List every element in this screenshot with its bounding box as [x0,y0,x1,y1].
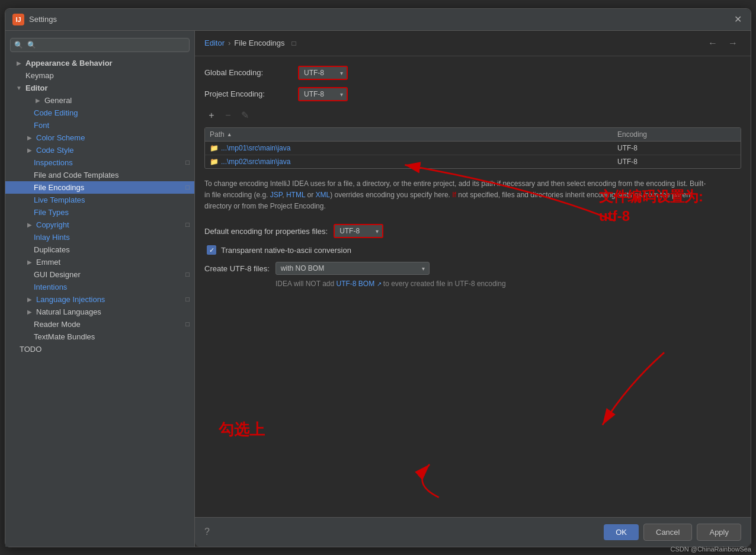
expand-placeholder [15,71,23,79]
path-encoding-table: Path ▲ Encoding 📁 ...\mp01\src\main\java… [204,127,741,169]
table-header: Path ▲ Encoding [205,128,741,142]
sidebar-item-label: Reader Mode [34,320,81,329]
edit-button[interactable]: ✎ [238,108,252,123]
sidebar-item-label: Emmet [36,258,60,267]
sidebar-item-code-style[interactable]: ▶ Code Style [5,144,194,156]
remove-button[interactable]: − [221,108,235,123]
sidebar-item-inlay-hints[interactable]: Inlay Hints [5,231,194,243]
apply-button[interactable]: Apply [697,524,741,541]
sidebar-item-label: TextMate Bundles [34,332,95,341]
sidebar-item-general[interactable]: ▶ General [5,94,194,107]
path-value-2: ...\mp02\src\main\java [221,158,290,166]
sidebar-item-textmate-bundles[interactable]: TextMate Bundles [5,331,194,343]
breadcrumb-pin[interactable]: □ [292,39,296,47]
ok-button[interactable]: OK [604,524,639,540]
search-icon: 🔍 [14,41,23,49]
table-row[interactable]: 📁 ...\mp02\src\main\java UTF-8 [205,155,741,168]
sidebar-item-emmet[interactable]: ▶ Emmet [5,256,194,268]
path-column-header[interactable]: Path ▲ [210,130,617,139]
sidebar-item-label: GUI Designer [34,270,81,279]
settings-dialog: IJ Settings ✕ 🔍 ▶ Appearance & Behavior … [5,8,751,547]
sidebar-item-language-injections[interactable]: ▶ Language Injections □ [5,293,194,306]
close-button[interactable]: ✕ [732,14,744,25]
sidebar-item-font[interactable]: Font [5,119,194,131]
search-input[interactable] [10,38,190,52]
sidebar-item-label: Appearance & Behavior [25,59,113,68]
main-content: Editor › File Encodings □ ← → Global Enc… [195,31,751,547]
annotation-chinese-check: 勾选上 [219,419,265,440]
search-box: 🔍 [10,38,190,52]
expand-icon: ▶ [25,220,34,229]
pin-icon: □ [185,320,190,328]
sidebar-item-reader-mode[interactable]: Reader Mode □ [5,318,194,331]
default-encoding-select[interactable]: UTF-8 [335,225,382,237]
expand-icon: ▶ [25,295,34,303]
sidebar-item-file-code-templates[interactable]: File and Code Templates [5,169,194,181]
sidebar-item-label: Intentions [34,283,67,291]
expand-placeholder [23,96,31,104]
sidebar-item-label: General [44,96,72,105]
pin-icon: □ [185,159,190,166]
nav-forward-button[interactable]: → [725,37,741,50]
sidebar-item-code-editing[interactable]: Code Editing [5,107,194,119]
path-header-text: Path [210,130,225,139]
nav-back-button[interactable]: ← [704,37,721,50]
sidebar-item-label: File and Code Templates [34,171,119,179]
sidebar-item-gui-designer[interactable]: GUI Designer □ [5,268,194,281]
expand-icon: ▶ [25,133,34,142]
title-bar: IJ Settings ✕ [5,9,751,31]
sidebar-item-label: File Types [34,208,69,217]
sidebar-item-keymap[interactable]: Keymap [5,69,194,82]
cancel-button[interactable]: Cancel [643,524,692,541]
transparent-conversion-row: ✓ Transparent native-to-ascii conversion [207,245,741,255]
expand-icon: ▶ [25,258,34,266]
dialog-title: Settings [29,15,57,24]
default-encoding-select-wrap: UTF-8 [334,224,383,238]
sidebar-item-editor[interactable]: ▼ Editor [5,82,194,94]
transparent-checkbox[interactable]: ✓ [207,245,216,255]
transparent-label: Transparent native-to-ascii conversion [221,246,351,255]
sidebar-item-label: Code Editing [34,108,78,117]
global-encoding-select-wrap: UTF-8 [298,66,348,80]
sidebar-item-intentions[interactable]: Intentions [5,281,194,293]
sidebar-item-copyright[interactable]: ▶ Copyright □ [5,219,194,231]
annotation-check-text: 勾选上 [219,421,265,438]
sidebar-item-live-templates[interactable]: Live Templates [5,194,194,206]
pin-icon: □ [185,184,190,191]
sidebar-item-duplicates[interactable]: Duplicates [5,243,194,256]
breadcrumb-parent[interactable]: Editor [204,39,225,47]
encoding-column-header[interactable]: Encoding [617,130,736,139]
default-encoding-label: Default encoding for properties files: [204,227,328,236]
expand-icon: ▶ [34,96,42,104]
sidebar-item-label: Editor [25,84,48,92]
expand-icon: ▶ [25,307,34,316]
bom-select[interactable]: with NO BOM with BOM [276,262,430,275]
add-button[interactable]: + [204,108,219,123]
sidebar-item-color-scheme[interactable]: ▶ Color Scheme [5,131,194,144]
table-row[interactable]: 📁 ...\mp01\src\main\java UTF-8 [205,142,741,155]
sidebar-item-natural-languages[interactable]: ▶ Natural Languages [5,306,194,318]
expand-icon: ▶ [15,59,23,67]
project-encoding-select-wrap: UTF-8 [298,87,348,101]
encoding-cell-2: UTF-8 [617,158,736,166]
path-cell-1: 📁 ...\mp01\src\main\java [210,144,617,152]
sidebar-item-label: Keymap [25,71,54,80]
global-encoding-select[interactable]: UTF-8 [299,67,347,79]
app-icon: IJ [12,14,24,25]
folder-icon: 📁 [210,144,219,152]
bom-label: Create UTF-8 files: [204,264,270,273]
project-encoding-select[interactable]: UTF-8 [299,88,347,100]
help-button[interactable]: ? [204,527,210,537]
sidebar-item-file-encodings[interactable]: File Encodings □ [5,181,194,194]
app-icon-text: IJ [15,16,21,23]
sidebar-item-file-types[interactable]: File Types [5,206,194,219]
sidebar-item-label: File Encodings [34,183,84,192]
sidebar-item-appearance[interactable]: ▶ Appearance & Behavior [5,57,194,69]
bom-hint: IDEA will NOT add UTF-8 BOM ↗ to every c… [276,280,741,288]
sidebar-item-label: Code Style [36,146,74,155]
nav-buttons: ← → [704,37,741,50]
sidebar-item-todo[interactable]: TODO [5,343,194,355]
sidebar-item-label: Live Templates [34,195,85,204]
toolbar: + − ✎ [204,108,741,123]
sidebar-item-inspections[interactable]: Inspections □ [5,156,194,169]
